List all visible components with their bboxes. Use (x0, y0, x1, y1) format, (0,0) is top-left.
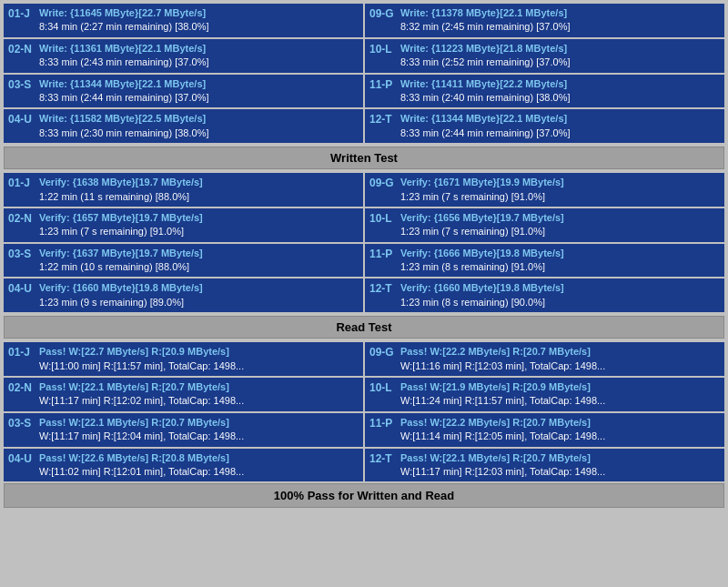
device-id: 01-J (8, 176, 35, 191)
device-line1: Verify: {1657 MByte}[19.7 MByte/s] (39, 211, 359, 225)
device-id: 04-U (8, 112, 35, 127)
device-line2: 1:23 min (9 s remaining) [89.0%] (39, 296, 359, 309)
device-id: 11-P (369, 416, 397, 431)
device-id: 12-T (369, 281, 397, 297)
device-id: 03-S (8, 247, 35, 262)
device-line1: Verify: {1656 MByte}[19.7 MByte/s] (400, 211, 720, 225)
drive-cell-09g: 09-GPass! W:[22.2 MByte/s] R:[20.7 MByte… (365, 342, 724, 376)
device-line2: 8:33 min (2:52 min remaining) [37.0%] (400, 56, 720, 69)
write-grid: 01-JWrite: {11645 MByte}[22.7 MByte/s]8:… (4, 4, 724, 143)
device-line1: Pass! W:[22.7 MByte/s] R:[20.9 MByte/s] (39, 345, 359, 359)
device-line1: Verify: {1671 MByte}[19.9 MByte/s] (400, 176, 720, 189)
drive-cell-12t: 12-TPass! W:[22.1 MByte/s] R:[20.7 MByte… (365, 449, 724, 482)
device-data: Pass! W:[22.2 MByte/s] R:[20.7 MByte/s]W… (400, 345, 720, 373)
device-data: Pass! W:[22.1 MByte/s] R:[20.7 MByte/s]W… (39, 380, 359, 409)
device-line1: Pass! W:[22.6 MByte/s] R:[20.8 MByte/s] (39, 451, 359, 465)
device-id: 09-G (369, 176, 397, 191)
device-line2: W:[11:17 min] R:[12:02 min], TotalCap: 1… (39, 394, 359, 408)
device-line1: Write: {11344 MByte}[22.1 MByte/s] (39, 77, 359, 91)
drive-cell-03s: 03-SWrite: {11344 MByte}[22.1 MByte/s]8:… (4, 75, 363, 108)
device-data: Pass! W:[22.2 MByte/s] R:[20.7 MByte/s]W… (400, 416, 720, 444)
device-id: 02-N (8, 42, 35, 57)
drive-cell-01j: 01-JWrite: {11645 MByte}[22.7 MByte/s]8:… (4, 4, 363, 37)
device-data: Verify: {1638 MByte}[19.7 MByte/s]1:22 m… (39, 176, 359, 204)
written-test-header: Written Test (4, 147, 724, 169)
drive-cell-02n: 02-NPass! W:[22.1 MByte/s] R:[20.7 MByte… (4, 378, 363, 411)
drive-cell-02n: 02-NWrite: {11361 MByte}[22.1 MByte/s]8:… (4, 39, 363, 73)
device-line1: Verify: {1637 MByte}[19.7 MByte/s] (39, 247, 359, 260)
pass-grid: 01-JPass! W:[22.7 MByte/s] R:[20.9 MByte… (4, 342, 724, 481)
drive-cell-02n: 02-NVerify: {1657 MByte}[19.7 MByte/s]1:… (4, 208, 363, 242)
device-id: 11-P (369, 77, 397, 93)
device-line1: Verify: {1666 MByte}[19.8 MByte/s] (400, 247, 720, 260)
device-data: Write: {11344 MByte}[22.1 MByte/s]8:33 m… (400, 112, 720, 140)
device-line2: W:[11:14 min] R:[12:05 min], TotalCap: 1… (400, 430, 720, 443)
device-id: 04-U (8, 281, 35, 297)
device-line2: 1:23 min (8 s remaining) [90.0%] (400, 296, 720, 309)
write-section: 01-JWrite: {11645 MByte}[22.7 MByte/s]8:… (4, 4, 724, 169)
device-id: 10-L (369, 380, 397, 396)
device-id: 11-P (369, 247, 397, 262)
drive-cell-12t: 12-TVerify: {1660 MByte}[19.8 MByte/s]1:… (365, 278, 724, 312)
drive-cell-01j: 01-JVerify: {1638 MByte}[19.7 MByte/s]1:… (4, 173, 363, 207)
device-id: 10-L (369, 211, 397, 227)
device-data: Write: {11411 MByte}[22.2 MByte/s]8:33 m… (400, 77, 720, 106)
drive-cell-03s: 03-SVerify: {1637 MByte}[19.7 MByte/s]1:… (4, 244, 363, 278)
device-line1: Pass! W:[22.2 MByte/s] R:[20.7 MByte/s] (400, 416, 720, 430)
drive-cell-04u: 04-UWrite: {11582 MByte}[22.5 MByte/s]8:… (4, 109, 363, 143)
device-line2: W:[11:00 min] R:[11:57 min], TotalCap: 1… (39, 359, 359, 373)
device-line1: Pass! W:[22.1 MByte/s] R:[20.7 MByte/s] (400, 451, 720, 465)
device-line1: Pass! W:[21.9 MByte/s] R:[20.9 MByte/s] (400, 380, 720, 394)
device-line1: Pass! W:[22.2 MByte/s] R:[20.7 MByte/s] (400, 345, 720, 359)
drive-cell-04u: 04-UVerify: {1660 MByte}[19.8 MByte/s]1:… (4, 278, 363, 312)
drive-cell-09g: 09-GWrite: {11378 MByte}[22.1 MByte/s]8:… (365, 4, 724, 37)
device-data: Write: {11344 MByte}[22.1 MByte/s]8:33 m… (39, 77, 359, 106)
drive-cell-10l: 10-LVerify: {1656 MByte}[19.7 MByte/s]1:… (365, 208, 724, 242)
footer-bar: 100% Pass for Written and Read (4, 483, 724, 508)
device-data: Pass! W:[22.1 MByte/s] R:[20.7 MByte/s]W… (39, 416, 359, 444)
device-id: 09-G (369, 6, 397, 22)
device-id: 04-U (8, 451, 35, 467)
device-line1: Write: {11223 MByte}[21.8 MByte/s] (400, 42, 720, 56)
pass-section: 01-JPass! W:[22.7 MByte/s] R:[20.9 MByte… (4, 342, 724, 481)
device-line1: Pass! W:[22.1 MByte/s] R:[20.7 MByte/s] (39, 380, 359, 394)
device-id: 12-T (369, 112, 397, 127)
drive-cell-03s: 03-SPass! W:[22.1 MByte/s] R:[20.7 MByte… (4, 413, 363, 447)
device-line2: 8:34 min (2:27 min remaining) [38.0%] (39, 20, 359, 34)
device-data: Verify: {1660 MByte}[19.8 MByte/s]1:23 m… (400, 281, 720, 309)
device-data: Pass! W:[22.6 MByte/s] R:[20.8 MByte/s]W… (39, 451, 359, 480)
drive-cell-04u: 04-UPass! W:[22.6 MByte/s] R:[20.8 MByte… (4, 449, 363, 482)
device-line1: Write: {11411 MByte}[22.2 MByte/s] (400, 77, 720, 91)
device-line2: 1:22 min (10 s remaining) [88.0%] (39, 260, 359, 274)
device-line1: Verify: {1638 MByte}[19.7 MByte/s] (39, 176, 359, 189)
device-line2: 8:32 min (2:45 min remaining) [37.0%] (400, 20, 720, 34)
device-id: 01-J (8, 345, 35, 360)
device-data: Verify: {1660 MByte}[19.8 MByte/s]1:23 m… (39, 281, 359, 309)
device-data: Write: {11645 MByte}[22.7 MByte/s]8:34 m… (39, 6, 359, 35)
device-data: Pass! W:[21.9 MByte/s] R:[20.9 MByte/s]W… (400, 380, 720, 409)
device-line2: W:[11:17 min] R:[12:03 min], TotalCap: 1… (400, 465, 720, 479)
drive-cell-12t: 12-TWrite: {11344 MByte}[22.1 MByte/s]8:… (365, 109, 724, 143)
device-line2: W:[11:16 min] R:[12:03 min], TotalCap: 1… (400, 359, 720, 373)
main-container: 01-JWrite: {11645 MByte}[22.7 MByte/s]8:… (0, 0, 728, 511)
device-id: 12-T (369, 451, 397, 467)
device-data: Write: {11223 MByte}[21.8 MByte/s]8:33 m… (400, 42, 720, 70)
device-line2: 1:23 min (7 s remaining) [91.0%] (400, 190, 720, 204)
device-id: 09-G (369, 345, 397, 360)
device-line1: Write: {11361 MByte}[22.1 MByte/s] (39, 42, 359, 56)
device-line1: Write: {11344 MByte}[22.1 MByte/s] (400, 112, 720, 126)
device-line2: 8:33 min (2:40 min remaining) [38.0%] (400, 91, 720, 105)
device-id: 02-N (8, 211, 35, 227)
device-data: Pass! W:[22.1 MByte/s] R:[20.7 MByte/s]W… (400, 451, 720, 480)
verify-section: 01-JVerify: {1638 MByte}[19.7 MByte/s]1:… (4, 173, 724, 339)
device-line2: W:[11:02 min] R:[12:01 min], TotalCap: 1… (39, 465, 359, 479)
device-data: Verify: {1656 MByte}[19.7 MByte/s]1:23 m… (400, 211, 720, 239)
device-data: Verify: {1666 MByte}[19.8 MByte/s]1:23 m… (400, 247, 720, 275)
device-line1: Pass! W:[22.1 MByte/s] R:[20.7 MByte/s] (39, 416, 359, 430)
drive-cell-11p: 11-PVerify: {1666 MByte}[19.8 MByte/s]1:… (365, 244, 724, 278)
device-line2: 8:33 min (2:44 min remaining) [37.0%] (39, 91, 359, 105)
device-line2: 1:23 min (7 s remaining) [91.0%] (39, 225, 359, 238)
device-line1: Write: {11378 MByte}[22.1 MByte/s] (400, 6, 720, 20)
device-line2: 8:33 min (2:43 min remaining) [37.0%] (39, 56, 359, 69)
device-data: Verify: {1657 MByte}[19.7 MByte/s]1:23 m… (39, 211, 359, 239)
